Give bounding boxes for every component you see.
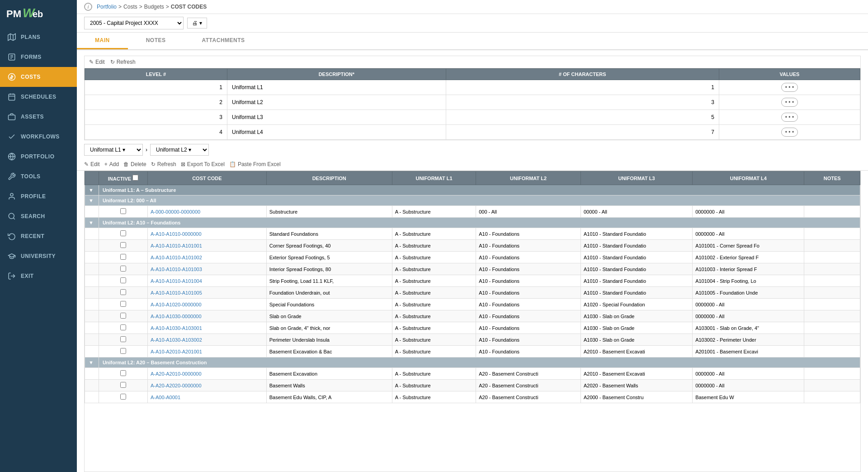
- table-row: 3 Uniformat L3 5 • • •: [85, 110, 860, 125]
- table-row: A-A10-A1010-A101004 Strip Footing, Load …: [85, 275, 860, 287]
- costcode-link[interactable]: A-A20-A2010-0000000: [151, 371, 202, 377]
- refresh-grid-button[interactable]: ↻ Refresh: [151, 161, 176, 167]
- tab-attachments[interactable]: ATTACHMENTS: [184, 33, 263, 49]
- row-checkbox[interactable]: [120, 289, 126, 295]
- tab-main[interactable]: MAIN: [77, 33, 128, 49]
- row-checkbox[interactable]: [120, 266, 126, 272]
- costcode-link[interactable]: A-A10-A1020-0000000: [151, 302, 202, 307]
- row-checkbox[interactable]: [120, 324, 126, 330]
- tools-icon: [7, 172, 16, 181]
- costcode-link[interactable]: A-A10-A1030-A103002: [151, 337, 202, 343]
- edit-settings-button[interactable]: ✎ Edit: [89, 59, 105, 65]
- settings-table: LEVEL # DESCRIPTION* # OF CHARACTERS VAL…: [85, 68, 860, 140]
- table-row: A-A10-A1030-A103002 Perimeter Underslab …: [85, 334, 860, 346]
- ellipsis-button[interactable]: • • •: [781, 83, 798, 92]
- col-chars: # OF CHARACTERS: [446, 69, 719, 80]
- row-checkbox[interactable]: [120, 277, 126, 283]
- costcode-link[interactable]: A-000-00000-0000000: [151, 209, 200, 215]
- edit-grid-button[interactable]: ✎ Edit: [84, 161, 100, 167]
- sidebar: PM W eb PLANS FORMS COSTS SCHEDULES ASSE…: [0, 0, 77, 472]
- delete-button[interactable]: 🗑 Delete: [123, 161, 146, 167]
- sidebar-item-profile[interactable]: PROFILE: [0, 186, 77, 206]
- refresh-settings-button[interactable]: ↻ Refresh: [110, 59, 136, 65]
- costcode-link[interactable]: A-A10-A1010-A101001: [151, 243, 202, 248]
- grid-toolbar: ✎ Edit + Add 🗑 Delete ↻ Refresh ⊠ Export…: [77, 158, 868, 171]
- costcode-link[interactable]: A-A00-A0001: [151, 395, 180, 400]
- profile-icon: [7, 192, 16, 201]
- ellipsis-button[interactable]: • • •: [781, 113, 798, 122]
- calendar-icon: [7, 92, 16, 101]
- costcode-link[interactable]: A-A10-A1030-A103001: [151, 325, 202, 331]
- svg-marker-4: [8, 34, 16, 41]
- costcode-link[interactable]: A-A10-A1010-A101005: [151, 290, 202, 296]
- logo-image: PM W eb: [5, 5, 60, 23]
- map-icon: [7, 33, 16, 42]
- sidebar-item-tools[interactable]: TOOLS: [0, 167, 77, 186]
- row-checkbox[interactable]: [120, 254, 126, 260]
- sidebar-item-plans[interactable]: PLANS: [0, 27, 77, 47]
- row-checkbox[interactable]: [120, 382, 126, 388]
- sidebar-item-label: COSTS: [21, 74, 41, 80]
- select-all-checkbox[interactable]: [132, 175, 138, 181]
- table-row: A-A10-A1030-0000000 Slab on Grade A - Su…: [85, 310, 860, 322]
- breadcrumb-portfolio[interactable]: Portfolio: [97, 4, 117, 10]
- sidebar-item-assets[interactable]: ASSETS: [0, 107, 77, 127]
- export-button[interactable]: ⊠ Export To Excel: [181, 161, 225, 167]
- row-checkbox[interactable]: [120, 394, 126, 400]
- sidebar-item-portfolio[interactable]: PORTFOLIO: [0, 147, 77, 167]
- costcode-link[interactable]: A-A10-A1010-A101002: [151, 255, 202, 260]
- costcode-link[interactable]: A-A10-A1010-0000000: [151, 231, 202, 237]
- dollar-icon: [7, 72, 16, 81]
- exit-icon: [7, 272, 16, 281]
- check-icon: [7, 132, 16, 141]
- row-checkbox[interactable]: [120, 348, 126, 354]
- sidebar-item-label: PLANS: [21, 34, 40, 40]
- costcode-link[interactable]: A-A10-A1010-A101003: [151, 267, 202, 272]
- sidebar-item-label: ASSETS: [21, 114, 44, 120]
- sidebar-item-recent[interactable]: RECENT: [0, 226, 77, 246]
- svg-point-21: [9, 213, 14, 219]
- col-uni1-header: UNIFORMAT L1: [392, 172, 476, 185]
- ellipsis-button[interactable]: • • •: [781, 128, 798, 137]
- top-bar: i Portfolio > Costs > Budgets > COST COD…: [77, 0, 868, 14]
- sidebar-item-schedules[interactable]: SCHEDULES: [0, 87, 77, 107]
- sidebar-item-costs[interactable]: COSTS: [0, 67, 77, 87]
- row-checkbox[interactable]: [120, 336, 126, 342]
- col-inactive-header: INACTIVE: [99, 172, 147, 185]
- row-checkbox[interactable]: [120, 313, 126, 319]
- project-select[interactable]: 2005 - Capital Project XXXX: [84, 17, 184, 29]
- costcode-link[interactable]: A-A10-A1030-0000000: [151, 314, 202, 319]
- uniformat-l1-select[interactable]: Uniformat L1 ▾: [84, 144, 143, 156]
- table-row: A-A00-A0001 Basement Edu Walls, CIP, A A…: [85, 391, 860, 403]
- paste-button[interactable]: 📋 Paste From Excel: [229, 161, 281, 167]
- costcode-link[interactable]: A-A10-A2010-A201001: [151, 349, 202, 354]
- uniformat-l2-select[interactable]: Uniformat L2 ▾: [150, 144, 209, 156]
- sidebar-item-workflows[interactable]: WORKFLOWS: [0, 127, 77, 147]
- sidebar-item-university[interactable]: UNIVERSITY: [0, 246, 77, 266]
- sidebar-item-label: PROFILE: [21, 193, 46, 200]
- breadcrumb: Portfolio > Costs > Budgets > COST CODES: [97, 4, 207, 10]
- tab-notes[interactable]: NOTES: [128, 33, 184, 49]
- logo: PM W eb: [0, 0, 77, 27]
- sidebar-item-forms[interactable]: FORMS: [0, 47, 77, 67]
- col-level: LEVEL #: [85, 69, 227, 80]
- search-icon: [7, 212, 16, 221]
- info-icon: i: [84, 3, 92, 11]
- costcode-link[interactable]: A-A10-A1010-A101004: [151, 278, 202, 284]
- subgroup-row: ▼Uniformat L2: A10 – Foundations: [85, 218, 860, 228]
- costcode-link[interactable]: A-A20-A2020-0000000: [151, 383, 202, 388]
- row-checkbox[interactable]: [120, 208, 126, 214]
- ellipsis-button[interactable]: • • •: [781, 98, 798, 107]
- row-checkbox[interactable]: [120, 301, 126, 307]
- sidebar-item-label: PORTFOLIO: [21, 153, 55, 160]
- sidebar-item-search[interactable]: SEARCH: [0, 206, 77, 226]
- add-button[interactable]: + Add: [104, 161, 119, 167]
- row-checkbox[interactable]: [120, 370, 126, 376]
- data-table: INACTIVE COST CODE DESCRIPTION UNIFORMAT…: [85, 171, 860, 403]
- table-row: A-A10-A1030-A103001 Slab on Grade, 4" th…: [85, 322, 860, 334]
- print-button[interactable]: 🖨 ▾: [187, 18, 207, 29]
- row-checkbox[interactable]: [120, 242, 126, 248]
- sidebar-item-exit[interactable]: EXIT: [0, 266, 77, 286]
- subgroup-row: ▼Uniformat L2: A20 – Basement Constructi…: [85, 358, 860, 368]
- row-checkbox[interactable]: [120, 230, 126, 236]
